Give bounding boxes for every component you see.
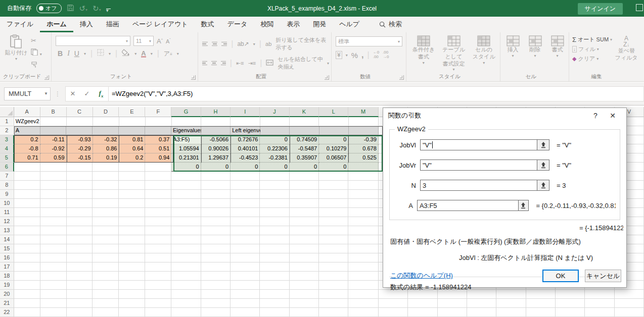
cell-G18[interactable]: [171, 272, 201, 281]
argument-input-JobVl[interactable]: "V": [420, 139, 537, 150]
cell-M9[interactable]: [348, 190, 378, 199]
column-header-B[interactable]: B: [40, 107, 67, 117]
cell-F1[interactable]: [146, 117, 172, 126]
autosave-toggle[interactable]: オフ: [36, 4, 62, 13]
cell-P21[interactable]: [438, 299, 467, 308]
cell-C8[interactable]: [67, 181, 93, 190]
cell-L13[interactable]: [319, 226, 348, 235]
row-header-14[interactable]: 14: [0, 235, 14, 244]
cell-O21[interactable]: [408, 299, 437, 308]
cell-B3[interactable]: -0.11: [40, 135, 67, 144]
cell-D13[interactable]: [93, 226, 119, 235]
decrease-indent-icon[interactable]: ⇤≡: [236, 60, 244, 67]
cell-J14[interactable]: [260, 235, 289, 244]
cell-A6[interactable]: [14, 163, 40, 172]
cell-G14[interactable]: [171, 235, 201, 244]
cell-K18[interactable]: [290, 272, 319, 281]
cell-D18[interactable]: [93, 272, 119, 281]
alignment-dialog-launcher-icon[interactable]: [325, 75, 329, 80]
cell-D9[interactable]: [93, 190, 119, 199]
cell-D8[interactable]: [93, 181, 119, 190]
cell-G1[interactable]: [172, 117, 201, 126]
cell-L14[interactable]: [319, 235, 348, 244]
tab-8[interactable]: 表示: [280, 17, 306, 32]
cell-K5[interactable]: 0.35907: [290, 153, 319, 163]
cell-G2[interactable]: Eigenvalues: [171, 126, 201, 135]
cell-K7[interactable]: [290, 172, 319, 181]
cell-J12[interactable]: [260, 217, 289, 226]
cell-B6[interactable]: [40, 163, 67, 172]
phonetic-guide-icon[interactable]: ア≡: [164, 49, 172, 58]
formula-input[interactable]: =WZgeev2("V","V",3,A3:F5): [109, 86, 644, 101]
borders-icon[interactable]: [97, 49, 104, 58]
column-header-L[interactable]: L: [319, 107, 348, 117]
column-header-D[interactable]: D: [93, 107, 119, 117]
cell-T22[interactable]: [556, 308, 585, 317]
dialog-title-bar[interactable]: 関数の引数 ? ✕: [383, 108, 626, 123]
cell-M19[interactable]: [348, 281, 378, 290]
cell-K11[interactable]: [290, 208, 319, 217]
cell-M18[interactable]: [348, 272, 378, 281]
argument-input-N[interactable]: 3: [420, 180, 537, 191]
cell-E22[interactable]: [119, 308, 145, 317]
cell-M4[interactable]: 0.678: [348, 144, 378, 153]
cell-M5[interactable]: 0.525: [348, 153, 378, 163]
cell-V22[interactable]: [615, 308, 644, 317]
column-header-M[interactable]: M: [348, 107, 378, 117]
cell-F18[interactable]: [145, 272, 171, 281]
tab-1[interactable]: ホーム: [40, 17, 73, 32]
cell-M17[interactable]: [348, 262, 378, 272]
cell-E1[interactable]: [119, 117, 146, 126]
currency-format-icon[interactable]: ¥: [336, 51, 342, 59]
cell-H16[interactable]: [201, 253, 231, 262]
underline-dropdown-icon[interactable]: ▾: [84, 51, 86, 56]
cell-I7[interactable]: [231, 172, 260, 181]
cell-G13[interactable]: [171, 226, 201, 235]
cell-E2[interactable]: [119, 126, 145, 135]
fill-color-icon[interactable]: [122, 49, 130, 58]
cell-L21[interactable]: [319, 299, 348, 308]
cell-H20[interactable]: [201, 290, 231, 299]
row-header-2[interactable]: 2: [0, 126, 14, 135]
cell-F12[interactable]: [145, 217, 171, 226]
cell-S21[interactable]: [526, 299, 556, 308]
font-dialog-launcher-icon[interactable]: [191, 75, 196, 80]
cell-H18[interactable]: [201, 272, 231, 281]
row-header-9[interactable]: 9: [0, 190, 14, 199]
cell-I15[interactable]: [231, 244, 260, 253]
cell-A20[interactable]: [14, 290, 40, 299]
cell-D12[interactable]: [93, 217, 119, 226]
cell-E4[interactable]: 0.64: [119, 144, 145, 153]
cell-F8[interactable]: [145, 181, 171, 190]
cell-G4[interactable]: 1.05594: [171, 144, 201, 153]
cell-Q22[interactable]: [467, 308, 496, 317]
merge-dropdown-icon[interactable]: ▾: [327, 61, 329, 66]
cell-E21[interactable]: [119, 299, 145, 308]
cell-D3[interactable]: -0.32: [93, 135, 119, 144]
cell-M20[interactable]: [348, 290, 378, 299]
cell-B2[interactable]: [40, 126, 67, 135]
cell-G17[interactable]: [171, 262, 201, 272]
name-box[interactable]: MMULT ▼: [4, 87, 51, 100]
cell-F9[interactable]: [145, 190, 171, 199]
cell-F20[interactable]: [145, 290, 171, 299]
argument-input-JobVr[interactable]: "V": [420, 160, 537, 171]
cell-F17[interactable]: [145, 262, 171, 272]
cell-D2[interactable]: [93, 126, 119, 135]
cell-D1[interactable]: [93, 117, 119, 126]
cell-E17[interactable]: [119, 262, 145, 272]
merge-center-icon[interactable]: [266, 59, 273, 68]
cell-L18[interactable]: [319, 272, 348, 281]
cell-L16[interactable]: [319, 253, 348, 262]
cell-L4[interactable]: 0.10279: [319, 144, 348, 153]
cell-B8[interactable]: [40, 181, 67, 190]
cell-S22[interactable]: [526, 308, 556, 317]
number-format-combo[interactable]: 標準▾: [336, 36, 402, 46]
cell-J1[interactable]: [260, 117, 290, 126]
column-header-H[interactable]: H: [201, 107, 231, 117]
cells-button-1[interactable]: 削除▾: [527, 35, 544, 59]
phonetic-dropdown-icon[interactable]: ▾: [177, 51, 179, 56]
cell-A21[interactable]: [14, 299, 40, 308]
collapse-dialog-button-N[interactable]: [537, 180, 549, 191]
cell-D5[interactable]: 0.19: [93, 153, 119, 163]
